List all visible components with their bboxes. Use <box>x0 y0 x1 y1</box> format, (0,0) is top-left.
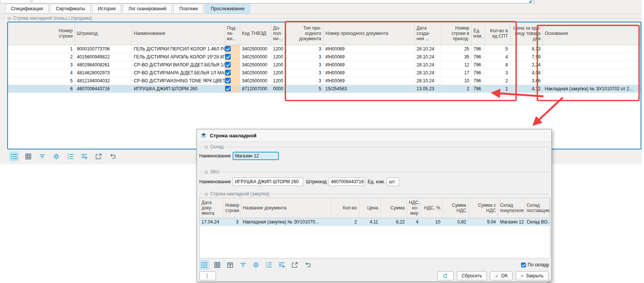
cell[interactable]: 13.05.23 <box>414 85 441 93</box>
column-header[interactable]: Номер строки <box>8 22 75 45</box>
view-grid-button[interactable] <box>23 151 33 161</box>
column-header[interactable]: Дата доку- мента <box>200 198 223 218</box>
cell[interactable]: 3 <box>286 45 323 53</box>
cell[interactable]: 3 <box>286 69 323 77</box>
cell[interactable]: 7,99 <box>510 53 543 61</box>
cell[interactable]: 796 <box>471 53 485 61</box>
collapse-icon[interactable]: ⊖ <box>204 145 208 149</box>
cell[interactable]: 4607006443716 <box>75 85 132 93</box>
cell[interactable]: 1 <box>8 45 75 53</box>
table-row[interactable]: 34602984008261СР-ВО Д/СТИРКИ ВИЛОР Д/ДЕТ… <box>8 61 641 69</box>
table-row[interactable]: 44814628002973СР-ВО Д/СТИР.МАРА Д/ДЕТ.БЕ… <box>8 69 641 77</box>
cell[interactable] <box>225 69 240 77</box>
calendar-button[interactable] <box>225 260 235 270</box>
tab[interactable]: Платежи <box>173 4 203 14</box>
cell[interactable]: ИН00069 <box>323 61 414 69</box>
cell[interactable]: 10 <box>420 218 442 226</box>
cell[interactable]: 35 <box>441 53 471 61</box>
cell[interactable]: 1200 <box>271 61 286 69</box>
cell[interactable]: 3 <box>8 61 75 69</box>
cell[interactable]: 8,33 <box>510 45 543 53</box>
cell[interactable]: Магазин 12 <box>498 218 524 226</box>
cell[interactable]: 3 <box>485 69 510 77</box>
warehouse-name-input[interactable]: Магазин 12 <box>233 152 279 160</box>
settings-button[interactable] <box>51 151 61 161</box>
top-memo-field-remnant[interactable] <box>32 0 532 3</box>
cell[interactable]: 5 <box>8 77 75 85</box>
cell[interactable]: 5 <box>485 45 510 53</box>
more-actions-button[interactable]: ⋮ <box>199 271 216 280</box>
cell[interactable]: 6 <box>8 85 75 93</box>
column-header[interactable]: Номер строки <box>223 198 241 218</box>
column-header[interactable]: Кол-во <box>331 198 359 218</box>
column-header[interactable]: Склад покупателя <box>498 198 524 218</box>
add-rows-button[interactable] <box>277 260 287 270</box>
cell[interactable]: 4814628002973 <box>75 69 132 77</box>
sku-barcode-input[interactable]: 4607006443716 <box>329 178 365 186</box>
table-row[interactable]: 17.04.243Накладная (закупка) № ЭУ101070.… <box>200 218 550 226</box>
column-header[interactable]: Название документа <box>241 198 331 218</box>
cell[interactable]: 8,22 <box>380 218 407 226</box>
refresh-button[interactable] <box>437 271 454 280</box>
reset-button[interactable]: Сбросить <box>457 271 487 280</box>
cell[interactable]: 15/254563 <box>323 85 414 93</box>
cell[interactable]: 3402500000 <box>240 53 271 61</box>
dialog-title-bar[interactable]: Строка накладной <box>197 129 551 142</box>
close-button[interactable]: ×Закрыть <box>516 271 548 280</box>
table-row[interactable]: 64607006443716ИГРУШКА ДЖИП ШТОРМ 2608712… <box>8 85 641 93</box>
tab[interactable]: Сертификаты <box>50 4 91 14</box>
tab[interactable]: Лог сканирований <box>123 4 172 14</box>
cell[interactable]: 2,24 <box>510 61 543 69</box>
resize-grip-icon[interactable] <box>529 0 531 3</box>
cell[interactable] <box>225 61 240 69</box>
cell[interactable] <box>543 77 641 85</box>
cell[interactable]: ИН00069 <box>323 45 414 53</box>
cell[interactable]: 4,08 <box>510 69 543 77</box>
cell[interactable] <box>225 85 240 93</box>
column-header[interactable]: Дата созда- ния ... <box>414 22 441 45</box>
column-header[interactable]: Сумма с НДС <box>468 198 498 218</box>
column-header[interactable]: Склад поставщика <box>524 198 550 218</box>
cell[interactable]: Накладная (закупка) № ЭУ101070... <box>241 218 331 226</box>
column-header[interactable]: Основание <box>543 22 641 45</box>
cell[interactable]: СР-ВО Д/СТИР.WASHING TONE ЯРК.ЦВЕТА 1.5Л… <box>132 77 225 85</box>
cell[interactable] <box>543 61 641 69</box>
collapse-icon[interactable]: ⊖ <box>204 170 208 175</box>
cell[interactable]: Накладная (закупка) № ЭУ1010702 от 2... <box>543 85 641 93</box>
cell[interactable]: 3402500000 <box>240 69 271 77</box>
cell[interactable] <box>543 53 641 61</box>
cell[interactable]: 3 <box>286 77 323 85</box>
cell[interactable]: 17.04.24 <box>200 218 223 226</box>
by-warehouse-checkbox[interactable] <box>521 263 526 267</box>
cell[interactable]: 4 <box>8 69 75 77</box>
cell[interactable] <box>543 69 641 77</box>
cell[interactable]: ИН00069 <box>323 53 414 61</box>
filter-button[interactable] <box>238 260 248 270</box>
cell[interactable]: 1200 <box>271 69 286 77</box>
numbered-list-button[interactable]: 123 <box>264 260 274 270</box>
cell[interactable]: 0,82 <box>442 218 468 226</box>
column-header[interactable]: Тип при- ходного документа <box>286 22 323 45</box>
column-header[interactable]: Кол-во в ед.СПТ <box>485 22 510 45</box>
cell[interactable]: 4015600949822 <box>75 53 132 61</box>
cell[interactable]: 3402500000 <box>240 77 271 85</box>
row-checkbox[interactable] <box>225 54 231 60</box>
reload-button[interactable] <box>107 151 117 161</box>
cell[interactable]: 28.10.24 <box>414 45 441 53</box>
cell[interactable] <box>225 45 240 53</box>
tab[interactable]: Спецификация <box>5 4 49 14</box>
cell[interactable]: ГЕЛЬ Д/СТИРКИ АРИЭЛЬ КОЛОР 15*28.8Г РФ A… <box>132 53 225 61</box>
cell[interactable]: 3 <box>223 218 241 226</box>
column-header[interactable]: Наименование <box>132 22 225 45</box>
cell[interactable]: 4 <box>485 53 510 61</box>
cell[interactable]: 796 <box>471 45 485 53</box>
cell[interactable]: 17 <box>441 69 471 77</box>
cell[interactable]: 12 <box>441 61 471 69</box>
column-header[interactable]: Сумма <box>380 198 407 218</box>
cell[interactable]: 4602984008261 <box>75 61 132 69</box>
tab[interactable]: Прослеживание <box>205 4 250 14</box>
reload-button[interactable] <box>302 260 312 270</box>
cell[interactable]: 1200 <box>271 53 286 61</box>
cell[interactable]: 10 <box>441 77 471 85</box>
dialog-resize-grip-icon[interactable] <box>546 279 551 283</box>
